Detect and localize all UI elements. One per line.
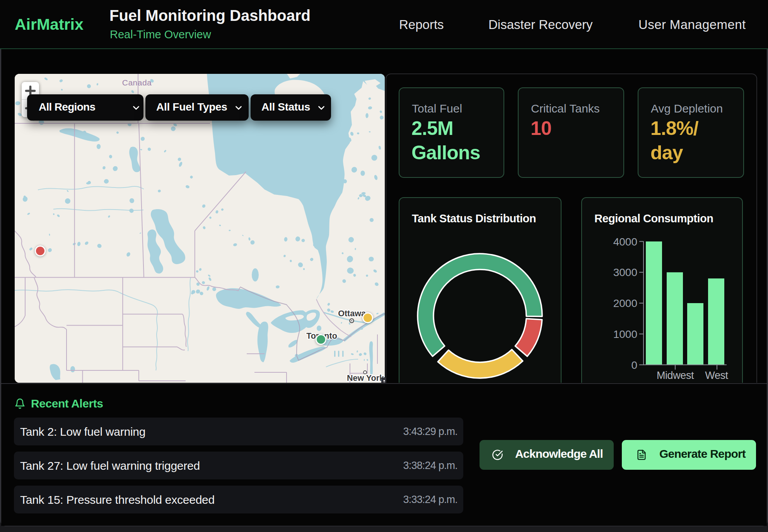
- svg-text:4000: 4000: [613, 236, 637, 248]
- svg-text:3000: 3000: [613, 266, 637, 278]
- svg-text:2000: 2000: [613, 297, 637, 309]
- svg-text:0: 0: [631, 359, 637, 371]
- svg-text:Ottawa: Ottawa: [338, 309, 366, 318]
- svg-text:Midwest: Midwest: [657, 370, 694, 381]
- svg-text:Canada: Canada: [122, 78, 152, 87]
- svg-text:New York: New York: [347, 373, 384, 383]
- svg-text:1000: 1000: [613, 328, 637, 340]
- svg-text:West: West: [705, 370, 728, 381]
